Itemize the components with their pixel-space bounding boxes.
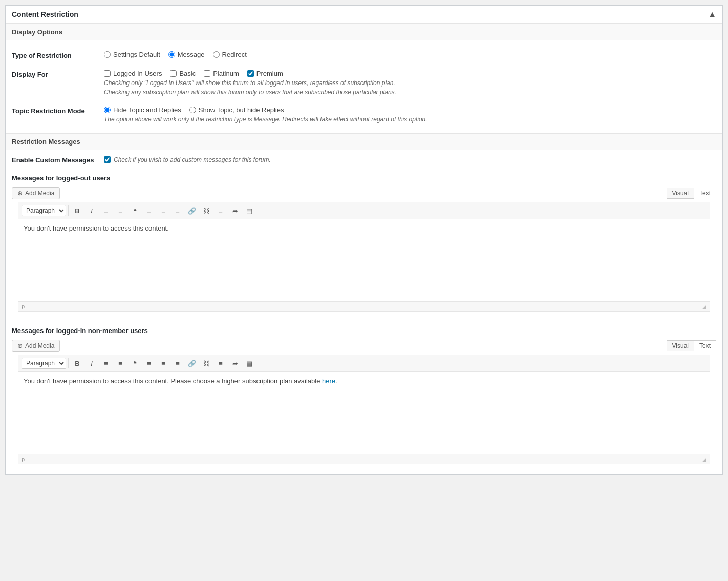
align-left-btn-2[interactable]: ≡: [142, 357, 156, 369]
logged-in-option[interactable]: Logged In Users: [104, 70, 162, 77]
here-link[interactable]: here: [322, 377, 335, 385]
logged-in-visual-tab[interactable]: Visual: [667, 340, 694, 351]
logged-out-editor-footer: p ◢: [18, 301, 710, 311]
table-btn-2[interactable]: ▤: [243, 357, 256, 369]
hr-btn-2[interactable]: ≡: [214, 357, 227, 369]
panel-title: Content Restriction: [12, 10, 78, 18]
show-topic-hide-replies-option[interactable]: Show Topic, but hide Replies: [189, 106, 284, 114]
premium-checkbox[interactable]: [247, 70, 254, 77]
logged-in-editor-toolbar-top: ⊕ Add Media Visual Text: [12, 337, 716, 355]
logged-in-editor-wrapper: ⊕ Add Media Visual Text Paragraph B I ≡ …: [6, 337, 722, 474]
logged-out-text-tab[interactable]: Text: [694, 188, 716, 199]
fullscreen-btn-1[interactable]: ➦: [228, 204, 242, 217]
redirect-radio[interactable]: [213, 51, 220, 58]
display-for-help-2: Checking any subscription plan will show…: [104, 89, 716, 96]
topic-restriction-options: Hide Topic and Replies Show Topic, but h…: [104, 106, 716, 114]
align-center-btn-1[interactable]: ≡: [157, 204, 170, 217]
table-btn-1[interactable]: ▤: [243, 204, 256, 217]
logged-in-non-member-label: Messages for logged-in non-member users: [6, 322, 722, 337]
align-right-btn-1[interactable]: ≡: [171, 204, 184, 217]
logged-in-editor-footer: p ◢: [18, 454, 710, 464]
redirect-option[interactable]: Redirect: [213, 51, 247, 58]
show-topic-hide-replies-label: Show Topic, but hide Replies: [199, 106, 284, 114]
ol-btn-2[interactable]: ≡: [114, 357, 127, 369]
hide-topic-replies-radio[interactable]: [104, 107, 111, 113]
logged-in-editor-toolbar: Paragraph B I ≡ ≡ ❝ ≡ ≡ ≡ 🔗 ⛓ ≡ ➦ ▤: [18, 355, 710, 372]
align-right-btn-2[interactable]: ≡: [171, 357, 184, 369]
add-media-icon-2: ⊕: [17, 342, 23, 349]
logged-out-editor: Paragraph B I ≡ ≡ ❝ ≡ ≡ ≡ 🔗 ⛓ ≡ ➦ ▤ You …: [18, 202, 710, 312]
logged-in-editor: Paragraph B I ≡ ≡ ❝ ≡ ≡ ≡ 🔗 ⛓ ≡ ➦ ▤ You …: [18, 355, 710, 464]
logged-in-add-media-button[interactable]: ⊕ Add Media: [12, 340, 60, 352]
premium-option[interactable]: Premium: [247, 70, 283, 77]
collapse-icon[interactable]: ▲: [708, 10, 716, 19]
resize-handle-2[interactable]: ◢: [702, 457, 706, 462]
type-of-restriction-options: Settings Default Message Redirect: [104, 51, 716, 58]
logged-in-editor-tag: p: [22, 456, 25, 462]
resize-handle-1[interactable]: ◢: [702, 304, 706, 309]
logged-out-visual-tab[interactable]: Visual: [667, 188, 694, 199]
logged-in-label: Logged In Users: [113, 70, 162, 77]
settings-default-radio[interactable]: [104, 51, 111, 58]
bold-btn-1[interactable]: B: [71, 204, 84, 217]
platinum-option[interactable]: Platinum: [204, 70, 239, 77]
ol-btn-1[interactable]: ≡: [114, 204, 127, 217]
display-options-section-header: Display Options: [6, 24, 722, 40]
logged-out-editor-wrapper: ⊕ Add Media Visual Text Paragraph B I ≡ …: [6, 184, 722, 322]
blockquote-btn-2[interactable]: ❝: [128, 357, 141, 369]
unlink-btn-1[interactable]: ⛓: [200, 204, 213, 217]
logged-out-editor-content: You don't have permission to access this…: [24, 224, 169, 232]
basic-option[interactable]: Basic: [170, 70, 196, 77]
display-for-help-1: Checking only "Logged In Users" will sho…: [104, 79, 716, 87]
paragraph-select-1[interactable]: Paragraph: [22, 205, 66, 216]
bold-btn-2[interactable]: B: [71, 357, 84, 369]
message-label: Message: [178, 51, 205, 58]
ul-btn-1[interactable]: ≡: [99, 204, 113, 217]
align-center-btn-2[interactable]: ≡: [157, 357, 170, 369]
type-of-restriction-label: Type of Restriction: [12, 51, 104, 59]
display-for-row: Display For Logged In Users Basic Platin…: [12, 65, 716, 101]
italic-btn-2[interactable]: I: [85, 357, 98, 369]
logged-in-text-tab[interactable]: Text: [694, 340, 716, 351]
toolbar-sep-2: [68, 358, 69, 368]
ul-btn-2[interactable]: ≡: [99, 357, 113, 369]
enable-custom-messages-content: Check if you wish to add custom messages…: [104, 156, 271, 163]
blockquote-btn-1[interactable]: ❝: [128, 204, 141, 217]
logged-in-checkbox[interactable]: [104, 70, 111, 77]
italic-btn-1[interactable]: I: [85, 204, 98, 217]
unlink-btn-2[interactable]: ⛓: [200, 357, 213, 369]
enable-custom-messages-label: Enable Custom Messages: [12, 155, 104, 164]
platinum-checkbox[interactable]: [204, 70, 210, 77]
logged-in-editor-body[interactable]: You don't have permission to access this…: [18, 372, 710, 454]
add-media-icon: ⊕: [17, 190, 23, 197]
type-of-restriction-row: Type of Restriction Settings Default Mes…: [12, 46, 716, 65]
display-for-label: Display For: [12, 70, 104, 78]
fullscreen-btn-2[interactable]: ➦: [228, 357, 242, 369]
hr-btn-1[interactable]: ≡: [214, 204, 227, 217]
message-radio[interactable]: [168, 51, 175, 58]
settings-default-option[interactable]: Settings Default: [104, 51, 160, 58]
basic-label: Basic: [179, 70, 196, 77]
show-topic-hide-replies-radio[interactable]: [189, 107, 196, 113]
link-btn-1[interactable]: 🔗: [185, 204, 199, 217]
logged-out-visual-text-tabs: Visual Text: [667, 188, 716, 199]
logged-out-editor-toolbar-top: ⊕ Add Media Visual Text: [12, 184, 716, 202]
message-option[interactable]: Message: [168, 51, 205, 58]
logged-out-add-media-button[interactable]: ⊕ Add Media: [12, 187, 60, 199]
paragraph-select-2[interactable]: Paragraph: [22, 358, 66, 369]
topic-restriction-mode-label: Topic Restriction Mode: [12, 106, 104, 115]
content-restriction-panel: Content Restriction ▲ Display Options Ty…: [5, 5, 723, 475]
align-left-btn-1[interactable]: ≡: [142, 204, 156, 217]
topic-restriction-help: The option above will work only if the r…: [104, 116, 716, 123]
logged-in-editor-content-before: You don't have permission to access this…: [24, 377, 322, 385]
logged-out-users-label: Messages for logged-out users: [6, 169, 722, 184]
hide-topic-replies-option[interactable]: Hide Topic and Replies: [104, 106, 181, 114]
restriction-messages-section-header: Restriction Messages: [6, 133, 722, 150]
platinum-label: Platinum: [213, 70, 239, 77]
link-btn-2[interactable]: 🔗: [185, 357, 199, 369]
enable-custom-messages-checkbox[interactable]: [104, 156, 111, 163]
logged-in-visual-text-tabs: Visual Text: [667, 340, 716, 351]
logged-out-editor-body[interactable]: You don't have permission to access this…: [18, 219, 710, 301]
basic-checkbox[interactable]: [170, 70, 177, 77]
enable-custom-messages-row: Enable Custom Messages Check if you wish…: [6, 150, 722, 169]
